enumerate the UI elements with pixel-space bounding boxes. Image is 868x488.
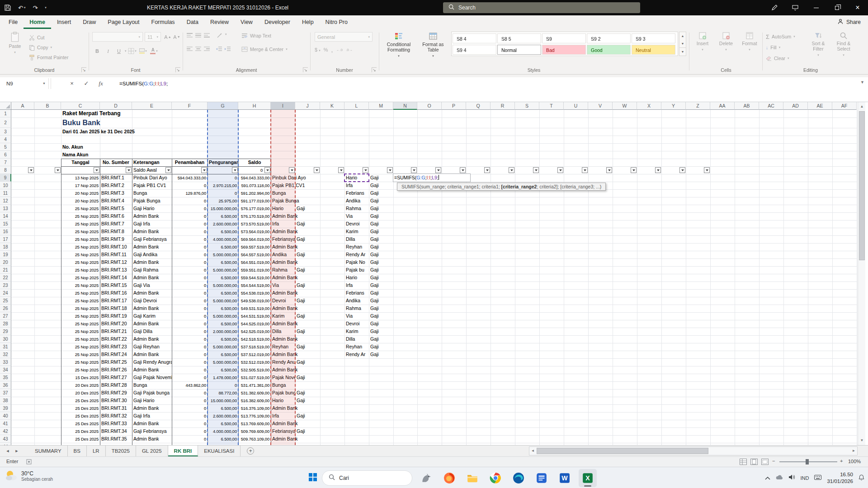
autofilter-button-W[interactable]: [631, 167, 637, 173]
cell-L26[interactable]: Rahma: [344, 305, 369, 312]
cell-M21[interactable]: Gaji: [369, 266, 393, 274]
cell-C2[interactable]: Buku Bank: [61, 117, 100, 128]
number-format-combobox[interactable]: General▾: [315, 32, 373, 42]
cell-E26[interactable]: Admin Bank: [132, 305, 172, 312]
cell-F40[interactable]: 0: [172, 412, 208, 420]
excel-taskbar-icon[interactable]: X: [579, 469, 597, 487]
cell-L15[interactable]: Devroi: [344, 220, 369, 228]
cell-C20[interactable]: 25 Nop 2025: [61, 258, 100, 266]
cell-F24[interactable]: 0: [172, 289, 208, 297]
column-header-C[interactable]: C: [61, 102, 100, 110]
cell-F43[interactable]: 0: [172, 435, 208, 443]
clock[interactable]: 16.50 31/01/2026: [827, 471, 853, 484]
accounting-format-icon[interactable]: $ ▾: [315, 47, 321, 52]
cell-I13[interactable]: Hario: [271, 205, 295, 212]
cell-G34[interactable]: 6.500,00: [208, 366, 238, 374]
row-header-29[interactable]: 29: [0, 328, 11, 335]
column-header-M[interactable]: M: [369, 102, 393, 110]
start-button[interactable]: [309, 473, 317, 483]
cell-G13[interactable]: 15.000.000,00: [208, 205, 238, 212]
row-header-28[interactable]: 28: [0, 320, 11, 328]
cell-G43[interactable]: 6.500,00: [208, 435, 238, 443]
sheet-nav-right-icon[interactable]: ►: [13, 446, 21, 456]
cell-F15[interactable]: 0: [172, 220, 208, 228]
zebra-app-icon[interactable]: [417, 469, 435, 487]
cell-C15[interactable]: 25 Nop 2025: [61, 220, 100, 228]
cell-C36[interactable]: 20 Des 2025: [61, 381, 100, 389]
row-header-20[interactable]: 20: [0, 258, 11, 266]
cell-E32[interactable]: Admin Bank: [132, 351, 172, 358]
cell-D34[interactable]: BRI.RMT.26: [100, 366, 132, 374]
cell-D19[interactable]: BRI.RMT.11: [100, 251, 132, 258]
weather-widget[interactable]: 30°CSebagian cerah: [5, 469, 53, 482]
cell-C6[interactable]: Nama Akun: [61, 151, 100, 159]
cell-H7[interactable]: Saldo: [238, 159, 271, 166]
cell-style-item[interactable]: Neutral: [632, 45, 675, 55]
cell-E27[interactable]: Gaji Karim: [132, 312, 172, 320]
cell-C42[interactable]: 25 Des 2025: [61, 427, 100, 435]
cell-G12[interactable]: 25.975,00: [208, 197, 238, 205]
cell-C3[interactable]: Dari 01 Jan 2025 ke 31 Dec 2025: [61, 128, 100, 136]
cell-I40[interactable]: Irfa: [271, 412, 295, 420]
cell-C33[interactable]: 25 Nop 2025: [61, 358, 100, 366]
cell-E22[interactable]: Admin Bank: [132, 274, 172, 282]
cell-E10[interactable]: Pajak PB1 CV1: [132, 182, 172, 189]
row-header-21[interactable]: 21: [0, 266, 11, 274]
cell-D30[interactable]: BRI.RMT.22: [100, 335, 132, 343]
cell-G20[interactable]: 6.500,00: [208, 258, 238, 266]
cell-F25[interactable]: 0: [172, 297, 208, 305]
cell-D21[interactable]: BRI.RMT.13: [100, 266, 132, 274]
cell-D27[interactable]: BRI.RMT.19: [100, 312, 132, 320]
horizontal-scroll-thumb[interactable]: [537, 448, 708, 454]
ribbon-tab-draw[interactable]: Draw: [77, 15, 102, 29]
row-header-33[interactable]: 33: [0, 358, 11, 366]
cell-C13[interactable]: 25 Nop 2025: [61, 205, 100, 212]
cell-G15[interactable]: 2.600.000,00: [208, 220, 238, 228]
cell-M31[interactable]: Gaji: [369, 343, 393, 351]
column-header-Q[interactable]: Q: [466, 102, 491, 110]
autofilter-button-A[interactable]: [28, 167, 34, 173]
restore-button[interactable]: [826, 0, 847, 15]
cell-C25[interactable]: 25 Nop 2025: [61, 297, 100, 305]
underline-button[interactable]: U: [114, 46, 124, 56]
cell-C29[interactable]: 25 Nop 2025: [61, 328, 100, 335]
cell-D26[interactable]: BRI.RMT.18: [100, 305, 132, 312]
cell-F19[interactable]: 0: [172, 251, 208, 258]
cell-C38[interactable]: 25 Des 2025: [61, 397, 100, 404]
cell-E28[interactable]: Admin Bank: [132, 320, 172, 328]
name-box[interactable]: N9: [3, 78, 49, 89]
sheet-tab-gl-2025[interactable]: GL 2025: [136, 446, 168, 456]
fill-button[interactable]: ↓Fill▾: [766, 42, 780, 52]
cell-M30[interactable]: Gaji: [369, 335, 393, 343]
column-header-G[interactable]: G: [208, 102, 238, 110]
column-header-U[interactable]: U: [564, 102, 588, 110]
increase-indent-icon[interactable]: [224, 46, 231, 52]
row-header-23[interactable]: 23: [0, 282, 11, 289]
cell-J33[interactable]: Gaji: [295, 358, 320, 366]
align-center-icon[interactable]: [195, 46, 202, 52]
cell-H32[interactable]: 537.512.019,00: [238, 351, 271, 358]
font-color-icon[interactable]: A▾: [149, 46, 159, 56]
cell-F31[interactable]: 0: [172, 343, 208, 351]
autofilter-button-D[interactable]: [126, 167, 132, 173]
cell-L11[interactable]: Febrians: [344, 189, 369, 197]
cell-G30[interactable]: 6.500,00: [208, 335, 238, 343]
cell-H43[interactable]: 509.763.109,00: [238, 435, 271, 443]
edge-icon[interactable]: [509, 469, 528, 487]
row-header-17[interactable]: 17: [0, 235, 11, 243]
cell-F13[interactable]: 0: [172, 205, 208, 212]
row-header-26[interactable]: 26: [0, 305, 11, 312]
cell-H23[interactable]: 554.544.519,00: [238, 282, 271, 289]
row-header-43[interactable]: 43: [0, 435, 11, 443]
autofilter-button-N[interactable]: [411, 167, 417, 173]
cell-F26[interactable]: 0: [172, 305, 208, 312]
cell-F11[interactable]: 129.876,00: [172, 189, 208, 197]
select-all-corner[interactable]: [0, 102, 11, 110]
cell-F7[interactable]: Penambahan: [172, 159, 208, 166]
cell-D23[interactable]: BRI.RMT.15: [100, 282, 132, 289]
cell-M32[interactable]: Gaji: [369, 351, 393, 358]
row-header-8[interactable]: 8: [0, 166, 11, 174]
cell-D22[interactable]: BRI.RMT.14: [100, 274, 132, 282]
cell-L21[interactable]: Pajak bu: [344, 266, 369, 274]
cell-F30[interactable]: 0: [172, 335, 208, 343]
